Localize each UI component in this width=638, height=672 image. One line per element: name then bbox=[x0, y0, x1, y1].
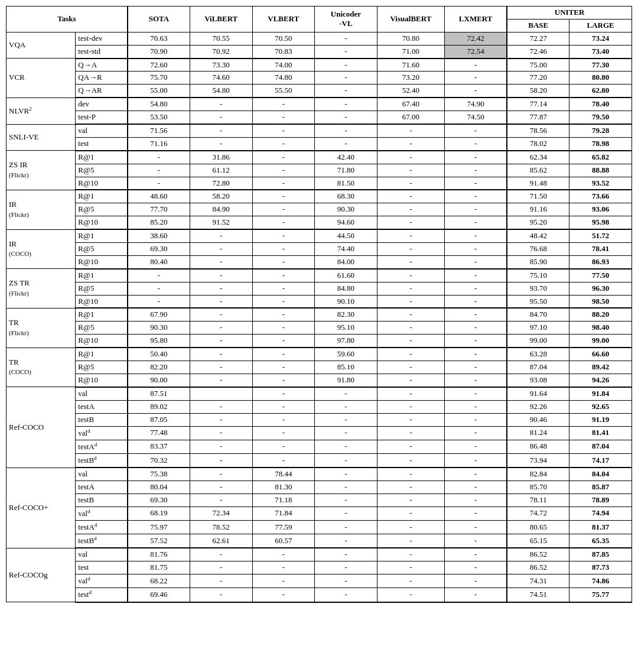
header-row-1: Tasks SOTA ViLBERT VLBERT Unicoder-VL Vi… bbox=[6, 7, 632, 20]
split-cell: vald bbox=[76, 426, 128, 440]
vilbert-cell: 70.55 bbox=[190, 32, 252, 45]
vlbert-cell: - bbox=[252, 588, 315, 602]
table-row: ZS TR(Flickr)R@1---61.60--75.1077.50 bbox=[6, 269, 632, 282]
split-cell: R@10 bbox=[76, 374, 128, 387]
visualbert-cell: - bbox=[377, 295, 444, 308]
split-cell: R@10 bbox=[76, 177, 128, 190]
large-cell: 81.41 bbox=[569, 426, 632, 440]
visualbert-header: VisualBERT bbox=[377, 7, 444, 33]
vilbert-cell: - bbox=[190, 481, 252, 494]
base-cell: 95.50 bbox=[507, 295, 569, 308]
split-cell: val bbox=[76, 548, 128, 561]
visualbert-cell: - bbox=[377, 521, 444, 534]
task-cell: ZS IR(Flickr) bbox=[6, 151, 76, 190]
table-row: testA89.02-----92.2692.65 bbox=[6, 400, 632, 413]
base-cell: 80.65 bbox=[507, 521, 569, 534]
visualbert-cell: - bbox=[377, 588, 444, 602]
unicoder-cell: - bbox=[315, 59, 377, 72]
base-cell: 72.46 bbox=[507, 45, 569, 58]
table-row: vald68.22-----74.3174.86 bbox=[6, 574, 632, 588]
vilbert-cell bbox=[190, 387, 252, 400]
split-cell: testAd bbox=[76, 440, 128, 453]
sota-cell: 85.20 bbox=[128, 216, 190, 229]
vlbert-cell: - bbox=[252, 387, 315, 400]
base-cell: 74.72 bbox=[507, 507, 569, 520]
unicoder-cell: 84.80 bbox=[315, 282, 377, 295]
task-cell: Ref-COCOg bbox=[6, 548, 76, 602]
lxmert-cell: - bbox=[445, 85, 507, 98]
large-cell: 79.28 bbox=[569, 124, 632, 137]
sota-cell: 95.80 bbox=[128, 335, 190, 348]
table-row: R@10-72.80-81.50--91.4893.52 bbox=[6, 177, 632, 190]
large-cell: 95.98 bbox=[569, 216, 632, 229]
vilbert-cell: 70.92 bbox=[190, 45, 252, 58]
split-cell: R@5 bbox=[76, 203, 128, 216]
split-cell: R@10 bbox=[76, 255, 128, 268]
unicoder-cell: - bbox=[315, 507, 377, 520]
split-cell: R@10 bbox=[76, 216, 128, 229]
table-row: R@577.7084.90-90.30--91.1693.06 bbox=[6, 203, 632, 216]
large-cell: 85.87 bbox=[569, 481, 632, 494]
base-cell: 63.28 bbox=[507, 348, 569, 361]
base-cell: 72.27 bbox=[507, 32, 569, 45]
lxmert-cell: - bbox=[445, 72, 507, 85]
vilbert-cell: - bbox=[190, 98, 252, 111]
unicoder-cell: 90.10 bbox=[315, 295, 377, 308]
lxmert-cell: - bbox=[445, 374, 507, 387]
base-cell: 92.26 bbox=[507, 400, 569, 413]
large-cell: 65.82 bbox=[569, 151, 632, 164]
vlbert-cell: 55.50 bbox=[252, 85, 315, 98]
results-table-container: Tasks SOTA ViLBERT VLBERT Unicoder-VL Vi… bbox=[6, 6, 632, 603]
vilbert-cell: - bbox=[190, 255, 252, 268]
unicoder-cell: 44.50 bbox=[315, 229, 377, 242]
vilbert-cell: - bbox=[190, 440, 252, 453]
vlbert-cell: - bbox=[252, 269, 315, 282]
sota-cell: 69.46 bbox=[128, 588, 190, 602]
lxmert-cell: - bbox=[445, 269, 507, 282]
visualbert-cell: - bbox=[377, 494, 444, 507]
large-cell: 87.73 bbox=[569, 561, 632, 574]
vilbert-cell: 91.52 bbox=[190, 216, 252, 229]
sota-cell: 75.70 bbox=[128, 72, 190, 85]
vilbert-cell: - bbox=[190, 124, 252, 137]
split-cell: Q→AR bbox=[76, 85, 128, 98]
lxmert-cell: - bbox=[445, 229, 507, 242]
vilbert-cell: 54.80 bbox=[190, 85, 252, 98]
split-cell: test-std bbox=[76, 45, 128, 58]
large-header: LARGE bbox=[569, 19, 632, 32]
sota-cell: - bbox=[128, 164, 190, 177]
lxmert-cell: - bbox=[445, 426, 507, 440]
large-cell: 51.72 bbox=[569, 229, 632, 242]
large-cell: 78.41 bbox=[569, 243, 632, 256]
unicoder-cell: 68.30 bbox=[315, 190, 377, 203]
large-cell: 87.85 bbox=[569, 548, 632, 561]
sota-cell: 81.75 bbox=[128, 561, 190, 574]
lxmert-cell: 74.90 bbox=[445, 98, 507, 111]
split-cell: val bbox=[76, 387, 128, 400]
table-row: VCRQ→A72.6073.3074.00-71.60-75.0077.30 bbox=[6, 59, 632, 72]
large-cell: 86.93 bbox=[569, 255, 632, 268]
sota-cell: 70.90 bbox=[128, 45, 190, 58]
task-cell: IR(Flickr) bbox=[6, 190, 76, 229]
large-cell: 91.19 bbox=[569, 413, 632, 426]
vlbert-cell: - bbox=[252, 361, 315, 374]
unicoder-cell: - bbox=[315, 468, 377, 481]
large-cell: 66.60 bbox=[569, 348, 632, 361]
table-row: Ref-COCO+val75.38-78.44---82.8484.04 bbox=[6, 468, 632, 481]
vlbert-cell: - bbox=[252, 229, 315, 242]
unicoder-cell: - bbox=[315, 588, 377, 602]
visualbert-cell: - bbox=[377, 243, 444, 256]
unicoder-cell: 82.30 bbox=[315, 308, 377, 321]
large-cell: 62.80 bbox=[569, 85, 632, 98]
large-cell: 73.40 bbox=[569, 45, 632, 58]
vlbert-cell: - bbox=[252, 453, 315, 468]
sota-cell: 71.56 bbox=[128, 124, 190, 137]
large-cell: 99.00 bbox=[569, 335, 632, 348]
base-cell: 78.02 bbox=[507, 137, 569, 150]
visualbert-cell: - bbox=[377, 137, 444, 150]
large-cell: 74.86 bbox=[569, 574, 632, 588]
base-cell: 85.70 bbox=[507, 481, 569, 494]
vlbert-cell: - bbox=[252, 413, 315, 426]
visualbert-cell: - bbox=[377, 387, 444, 400]
vilbert-cell: - bbox=[190, 548, 252, 561]
